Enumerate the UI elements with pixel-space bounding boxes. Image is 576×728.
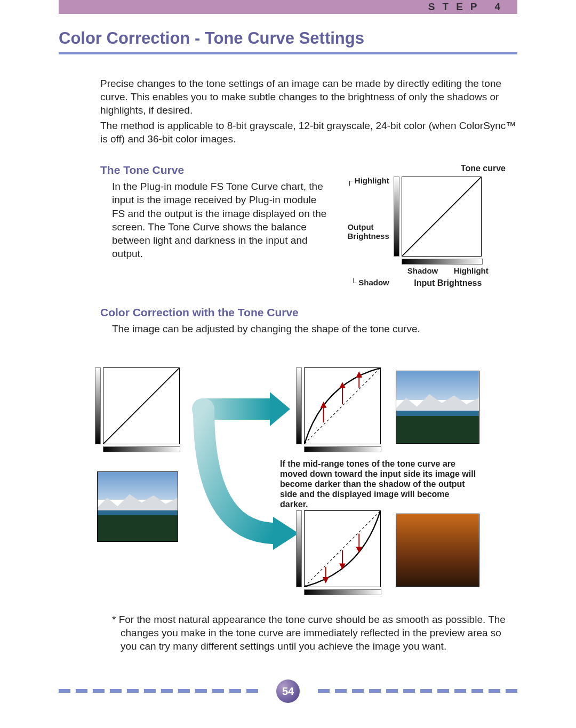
example-brighter-chart [296,367,381,452]
y-highlight-label: ┌ Highlight [347,177,389,186]
example-darker-photo [396,514,479,587]
darker-curve-icon [305,511,380,587]
intro-block: Precise changes to the tone settings of … [100,77,517,146]
step-banner: STEP 4 [59,0,517,14]
svg-line-0 [402,177,481,256]
y-shadow-label: └ Shadow [350,278,389,287]
footer-dashes-right [318,689,517,693]
tone-curve-body: In the Plug-in module FS Tone Curve char… [112,180,331,260]
page-number: 54 [276,679,300,703]
color-correction-heading: Color Correction with the Tone Curve [100,306,517,319]
color-correction-section: Color Correction with the Tone Curve The… [59,306,517,335]
tone-curve-chart [402,177,482,257]
x-shadow-label: Shadow [407,267,438,276]
closing-note: * For the most natural appearance the to… [112,613,517,653]
example-brighter-photo [396,371,479,444]
examples-area: If the mid-range tones of the tone curve… [59,367,517,597]
tone-curve-section: The Tone Curve In the Plug-in module FS … [59,164,517,288]
example-original-chart [95,367,180,452]
tone-curve-heading: The Tone Curve [100,164,331,177]
example-caption: If the mid-range tones of the tone curve… [280,459,477,509]
x-highlight-label: Highlight [454,267,489,276]
svg-marker-16 [357,547,362,552]
linear-curve-icon [103,368,179,444]
diagram-title: Tone curve [347,164,517,173]
svg-marker-9 [357,373,362,378]
y-axis-label-1: Output [347,222,373,231]
step-label: STEP 4 [428,1,508,13]
color-correction-body: The image can be adjusted by changing th… [112,322,517,335]
tone-curve-diagram: Tone curve ┌ Highlight OutputBrightness … [347,164,517,288]
svg-line-1 [103,368,179,444]
footer-dashes-left [59,689,258,693]
intro-paragraph-2: The method is applicable to 8-bit graysc… [100,119,517,146]
svg-line-10 [305,511,380,587]
page-title: Color Correction - Tone Curve Settings [59,29,517,48]
example-darker-chart [296,510,381,595]
svg-line-3 [305,368,380,444]
svg-marker-2 [273,517,299,550]
brighter-curve-icon [305,368,380,444]
tone-curve-text: The Tone Curve In the Plug-in module FS … [59,164,331,260]
page-footer: 54 [59,679,517,706]
title-rule [59,52,517,54]
svg-marker-12 [324,578,329,582]
example-original-photo [97,471,178,542]
intro-paragraph-1: Precise changes to the tone settings of … [100,77,517,117]
tone-curve-line-icon [402,177,481,256]
vertical-gradient-bar [394,177,399,257]
page: STEP 4 Color Correction - Tone Curve Set… [0,0,576,727]
horizontal-gradient-bar [402,259,483,265]
y-axis-label-2: Brightness [347,231,389,241]
x-axis-label: Input Brightness [407,278,489,288]
svg-marker-7 [340,383,345,388]
